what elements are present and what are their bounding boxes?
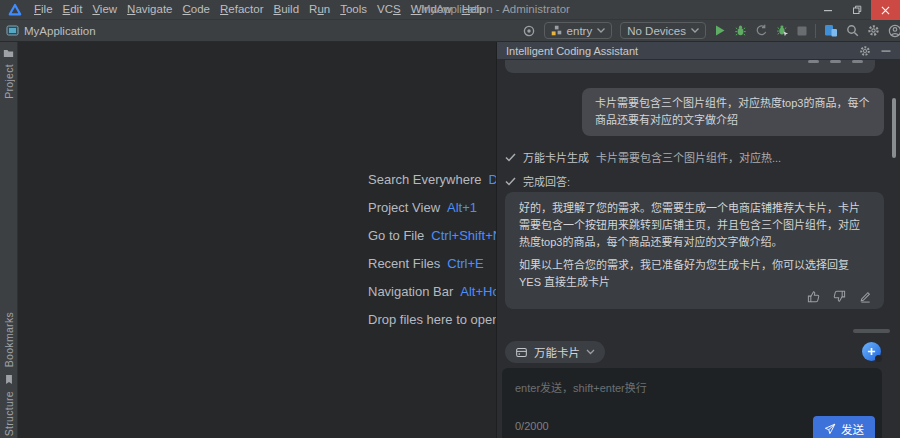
toolbar-divider — [815, 24, 816, 38]
assistant-avatar-button[interactable] — [862, 342, 881, 361]
chevron-down-icon — [586, 349, 595, 355]
previous-message-bubble — [505, 60, 875, 73]
shortcut-row: Navigation BarAlt+Home — [368, 278, 497, 306]
shortcut-label: Navigation Bar — [368, 284, 453, 299]
mode-selector[interactable]: 万能卡片 — [505, 341, 605, 363]
mode-selector-value: 万能卡片 — [534, 344, 580, 360]
shortcut-keys: Alt+Home — [460, 284, 497, 299]
menu-item-navigate[interactable]: Navigate — [122, 0, 177, 19]
shortcut-label: Search Everywhere — [368, 172, 481, 187]
resize-handle[interactable] — [853, 329, 890, 333]
check-icon — [505, 153, 516, 162]
menu-item-view[interactable]: View — [87, 0, 122, 19]
project-window-icon — [6, 24, 19, 37]
shortcut-keys: Ctrl+E — [447, 256, 483, 271]
shortcut-keys: Double Shift — [488, 172, 497, 187]
chevron-down-icon — [597, 28, 605, 33]
bookmark-icon — [4, 374, 14, 385]
window-title: MyApplication - Administrator — [421, 0, 570, 19]
menu-item-build[interactable]: Build — [269, 0, 305, 19]
run-config-value: entry — [567, 25, 593, 37]
maximize-button[interactable] — [842, 0, 871, 20]
shortcut-label: Drop files here to open — [368, 312, 497, 327]
assistant-message-paragraph: 好的，我理解了您的需求。您需要生成一个电商店铺推荐大卡片，卡片需要包含一个按钮用… — [519, 200, 870, 251]
shortcut-keys: Alt+1 — [447, 200, 477, 215]
editor-area[interactable]: Search EverywhereDouble ShiftProject Vie… — [18, 42, 497, 438]
shortcut-row: Project ViewAlt+1 — [368, 194, 497, 222]
assistant-message-paragraph: 如果以上符合您的需求，我已准备好为您生成卡片，你可以选择回复 YES 直接生成卡… — [519, 257, 870, 291]
chevron-down-icon — [691, 28, 699, 33]
menu-item-file[interactable]: File — [29, 0, 58, 19]
menu-item-edit[interactable]: Edit — [58, 0, 88, 19]
assistant-message-bubble: 好的，我理解了您的需求。您需要生成一个电商店铺推荐大卡片，卡片需要包含一个按钮用… — [505, 192, 884, 309]
shortcut-row: Go to FileCtrl+Shift+N — [368, 222, 497, 250]
device-target-icon[interactable] — [522, 24, 536, 38]
card-generator-icon — [515, 346, 528, 359]
minimize-button[interactable] — [813, 0, 842, 20]
status-line-generation: 万能卡片生成 卡片需要包含三个图片组件，对应热... — [505, 149, 781, 165]
check-icon — [505, 177, 516, 186]
shortcut-row: Recent FilesCtrl+E — [368, 250, 497, 278]
status-label: 万能卡片生成 — [523, 149, 589, 165]
user-message-bubble: 卡片需要包含三个图片组件，对应热度top3的商品，每个商品还要有对应的文字做介绍 — [582, 88, 884, 136]
stripe-label-project: Project — [3, 64, 15, 99]
attach-debugger-icon[interactable] — [755, 24, 768, 37]
chat-history[interactable]: 卡片需要包含三个图片组件，对应热度top3的商品，每个商品还要有对应的文字做介绍… — [497, 60, 900, 330]
sidebar-item-structure[interactable]: Structure — [3, 391, 15, 436]
run-config-selector[interactable]: entry — [544, 22, 613, 39]
shortcut-keys: Ctrl+Shift+N — [431, 228, 497, 243]
profiler-button[interactable] — [776, 24, 789, 37]
device-manager-icon[interactable] — [824, 24, 838, 37]
settings-gear-icon[interactable] — [867, 24, 880, 37]
assistant-panel-header: Intelligent Coding Assistant — [497, 42, 900, 60]
sidebar-item-project[interactable]: Project — [0, 48, 17, 99]
shortcut-label: Recent Files — [368, 256, 440, 271]
input-placeholder: enter发送，shift+enter换行 — [502, 368, 882, 406]
search-icon[interactable] — [846, 24, 859, 37]
chat-scrollbar[interactable] — [892, 98, 896, 158]
title-bar: FileEditViewNavigateCodeRefactorBuildRun… — [0, 0, 900, 20]
app-logo-icon — [8, 3, 22, 17]
shortcut-label: Project View — [368, 200, 440, 215]
thumbs-down-button[interactable] — [833, 290, 846, 303]
send-plane-icon — [824, 423, 836, 435]
panel-settings-gear-icon[interactable] — [859, 45, 871, 57]
editor-shortcuts: Search EverywhereDouble ShiftProject Vie… — [368, 166, 497, 334]
menu-item-tools[interactable]: Tools — [335, 0, 372, 19]
feedback-buttons — [807, 290, 872, 303]
sidebar-item-bookmarks[interactable]: Bookmarks — [3, 312, 15, 367]
edit-button[interactable] — [859, 290, 872, 303]
menu-item-run[interactable]: Run — [304, 0, 335, 19]
menu-item-vcs[interactable]: VCS — [372, 0, 406, 19]
project-name-breadcrumb[interactable]: MyApplication — [24, 25, 96, 37]
sidebar-bottom-group: Bookmarks Structure — [0, 312, 17, 436]
left-tool-stripe: Project Bookmarks Structure — [0, 42, 18, 438]
stop-button[interactable] — [797, 26, 807, 36]
shortcut-row: Search EverywhereDouble Shift — [368, 166, 497, 194]
folder-icon — [3, 48, 14, 58]
menu-item-code[interactable]: Code — [178, 0, 216, 19]
menu-item-refactor[interactable]: Refactor — [215, 0, 268, 19]
device-selector[interactable]: No Devices — [620, 22, 706, 39]
window-controls — [813, 0, 900, 20]
status-detail: 卡片需要包含三个图片组件，对应热... — [596, 149, 781, 165]
close-button[interactable] — [871, 0, 900, 20]
clipped-feedback-icons — [808, 60, 863, 63]
message-input[interactable]: enter发送，shift+enter换行 0/2000 发送 — [502, 368, 882, 438]
shortcut-row: Drop files here to open — [368, 306, 497, 334]
assistant-panel-title: Intelligent Coding Assistant — [506, 45, 638, 57]
run-button[interactable] — [714, 24, 726, 37]
thumbs-up-button[interactable] — [807, 290, 820, 303]
application-window: FileEditViewNavigateCodeRefactorBuildRun… — [0, 0, 900, 438]
module-icon — [551, 25, 562, 36]
send-button[interactable]: 发送 — [813, 416, 875, 438]
main-toolbar: MyApplication entry No Devices — [0, 20, 900, 42]
char-counter: 0/2000 — [515, 420, 549, 432]
status-label: 完成回答: — [523, 173, 570, 189]
status-line-complete: 完成回答: — [505, 173, 570, 189]
profile-icon[interactable] — [888, 24, 900, 38]
composer: 万能卡片 enter发送，shift+enter换行 0/2000 发送 — [497, 330, 900, 438]
panel-hide-icon[interactable] — [881, 46, 891, 56]
debug-button[interactable] — [734, 24, 747, 37]
shortcut-label: Go to File — [368, 228, 424, 243]
